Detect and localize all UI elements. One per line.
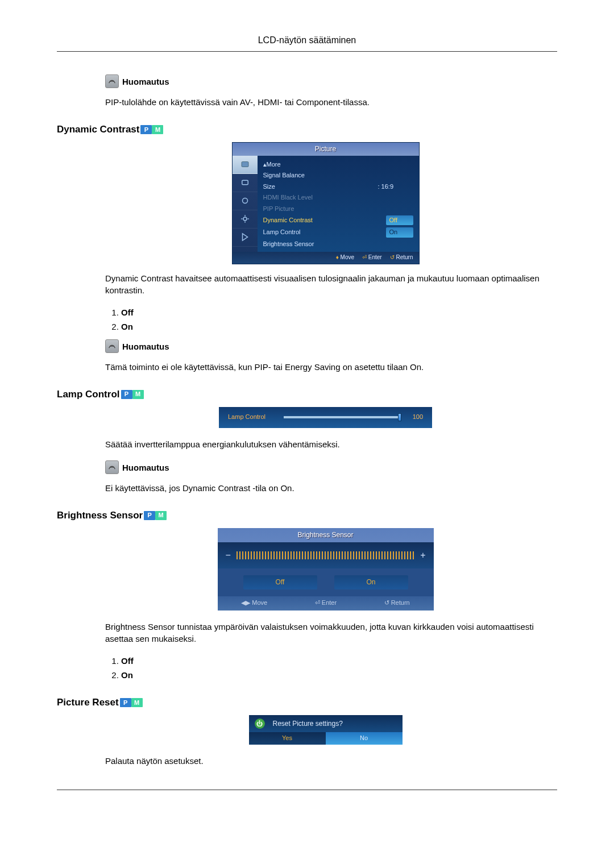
- dynamic-contrast-description: Dynamic Contrast havaitsee automaattises…: [105, 272, 546, 296]
- page-header-title: LCD-näytön säätäminen: [57, 34, 557, 47]
- badge-p: P: [121, 390, 132, 399]
- osd-row-lamp-control: Lamp ControlOn: [263, 226, 413, 238]
- bs-option-off: Off: [121, 655, 546, 667]
- bs-option-on: On: [121, 669, 546, 681]
- heading-text: Picture Reset: [57, 696, 119, 709]
- bs-minus-icon: −: [226, 549, 231, 562]
- osd-row-size: Size: 16:9: [263, 181, 413, 192]
- note-icon: [105, 460, 119, 474]
- note-label: Huomautus: [122, 462, 169, 474]
- badge-m: M: [152, 125, 163, 134]
- osd-side-item-3: [233, 192, 258, 210]
- bs-ticks: [237, 551, 414, 559]
- osd-row-dynamic-contrast: Dynamic ContrastOff: [263, 214, 413, 226]
- badge-p: P: [140, 125, 152, 134]
- section-heading-brightness-sensor: Brightness Sensor P M: [57, 509, 546, 522]
- dc-options-list: Off On: [121, 306, 546, 333]
- badge-m: M: [131, 698, 143, 707]
- bs-button-off: Off: [243, 575, 317, 589]
- osd-row-signal-balance: Signal Balance: [263, 170, 413, 181]
- reset-button-no: No: [326, 732, 403, 744]
- lamp-slider-label: Lamp Control: [228, 413, 279, 421]
- top-divider: [57, 51, 557, 52]
- reset-question-text: Reset Picture settings?: [273, 719, 343, 729]
- svg-rect-0: [242, 162, 248, 167]
- osd-footer: ♦ Move ⏎ Enter ↺ Return: [233, 252, 419, 264]
- bs-footer: ◀▶ Move ⏎ Enter ↺ Return: [218, 596, 434, 610]
- note-row-2: Huomautus: [105, 339, 546, 353]
- osd-title: Picture: [233, 143, 419, 156]
- picture-reset-description: Palauta näytön asetukset.: [105, 755, 546, 767]
- bs-options-list: Off On: [121, 655, 546, 681]
- dc-option-on: On: [121, 321, 546, 333]
- note-row-3: Huomautus: [105, 460, 546, 474]
- reset-button-yes: Yes: [249, 732, 326, 744]
- bottom-divider: [57, 790, 557, 790]
- section-heading-picture-reset: Picture Reset P M: [57, 696, 546, 709]
- power-icon: ⏻: [255, 719, 265, 729]
- lamp-slider-track: [284, 416, 401, 418]
- lamp-note-text: Ei käytettävissä, jos Dynamic Contrast -…: [105, 482, 546, 494]
- lamp-slider-value: 100: [406, 413, 423, 421]
- note-row-1: Huomautus: [105, 74, 546, 88]
- osd-row-more: ▴More: [263, 159, 413, 170]
- osd-row-brightness-sensor: Brightness Sensor: [263, 239, 413, 250]
- osd-row-pip-picture: PIP Picture: [263, 203, 413, 214]
- bs-button-on: On: [334, 575, 408, 589]
- osd-screenshot-picture-reset: ⏻ Reset Picture settings? Yes No: [249, 715, 403, 744]
- osd-row-hdmi-black: HDMI Black Level: [263, 192, 413, 203]
- pm-badges: P M: [144, 511, 167, 520]
- pm-badges: P M: [120, 698, 143, 707]
- note-label: Huomautus: [122, 340, 169, 352]
- badge-p: P: [144, 511, 155, 520]
- pip-note-text: PIP-tulolähde on käytettävissä vain AV-,…: [105, 96, 546, 108]
- badge-p: P: [120, 698, 131, 707]
- svg-point-2: [242, 198, 247, 203]
- osd-side-item-2: [233, 174, 258, 192]
- pm-badges: P M: [140, 125, 163, 134]
- bs-plus-icon: +: [420, 549, 425, 562]
- heading-text: Brightness Sensor: [57, 509, 143, 522]
- heading-text: Dynamic Contrast: [57, 123, 139, 136]
- reset-bar: ⏻ Reset Picture settings?: [249, 715, 403, 732]
- osd-screenshot-lamp-control: Lamp Control 100: [219, 407, 432, 428]
- note-icon: [105, 339, 119, 353]
- dc-note-text: Tämä toiminto ei ole käytettävissä, kun …: [105, 361, 546, 373]
- pm-badges: P M: [121, 390, 144, 399]
- osd-side-item-picture: [233, 156, 258, 174]
- brightness-sensor-description: Brightness Sensor tunnistaa ympäröivän v…: [105, 621, 546, 645]
- svg-point-3: [243, 217, 247, 221]
- lamp-control-description: Säätää invertterilamppua energiankulutuk…: [105, 438, 546, 450]
- dc-option-off: Off: [121, 306, 546, 318]
- osd-screenshot-dynamic-contrast: Picture ▴More Signal Balance Size: 16:9 …: [232, 142, 420, 264]
- reset-buttons: Yes No: [249, 732, 403, 744]
- svg-rect-1: [242, 181, 248, 185]
- badge-m: M: [132, 390, 144, 399]
- heading-text: Lamp Control: [57, 388, 120, 401]
- osd-sidebar: [233, 156, 258, 252]
- badge-m: M: [155, 511, 167, 520]
- section-heading-lamp-control: Lamp Control P M: [57, 388, 546, 401]
- note-icon: [105, 74, 119, 88]
- note-label: Huomautus: [122, 76, 169, 88]
- osd-rows: ▴More Signal Balance Size: 16:9 HDMI Bla…: [258, 156, 419, 252]
- osd-side-item-4: [233, 210, 258, 229]
- bs-buttons: Off On: [218, 568, 434, 596]
- osd-screenshot-brightness-sensor: Brightness Sensor − + Off On ◀▶ Move ⏎ E…: [218, 528, 434, 610]
- bs-title: Brightness Sensor: [218, 528, 434, 542]
- bs-bar: − +: [218, 542, 434, 568]
- osd-side-item-5: [233, 229, 258, 247]
- section-heading-dynamic-contrast: Dynamic Contrast P M: [57, 123, 546, 136]
- lamp-slider-handle: [398, 413, 401, 421]
